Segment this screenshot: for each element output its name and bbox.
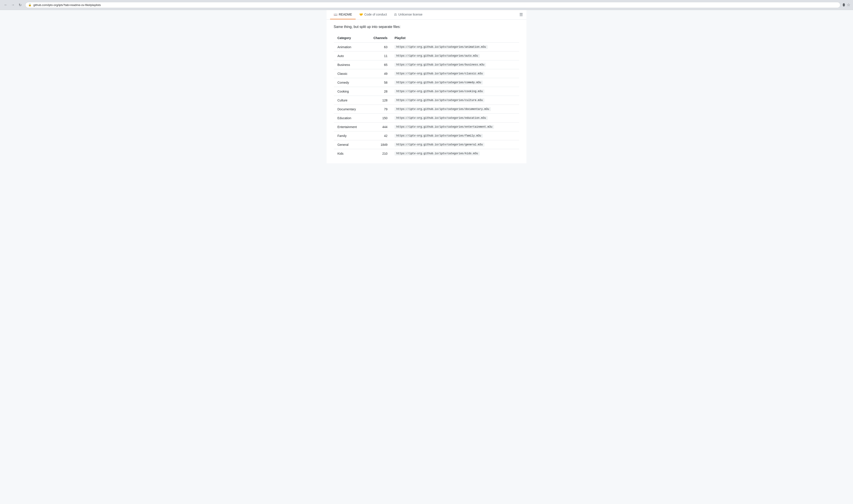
tabs-bar: 📖 README 🤝 Code of conduct ⚖ Unlicense l… (327, 10, 526, 20)
forward-button[interactable]: → (10, 2, 16, 8)
table-row: General1849https://iptv-org.github.io/ip… (334, 140, 519, 149)
channels-header: Channels (366, 34, 391, 42)
channels-cell: 42 (366, 131, 391, 140)
page-content: 📖 README 🤝 Code of conduct ⚖ Unlicense l… (327, 10, 526, 163)
tab-code-of-conduct[interactable]: 🤝 Code of conduct (355, 10, 390, 19)
address-bar[interactable]: 🔒 github.com/iptv-org/iptv?tab=readme-ov… (25, 2, 840, 8)
playlist-cell: https://iptv-org.github.io/iptv/categori… (391, 96, 519, 105)
table-row: Cooking28https://iptv-org.github.io/iptv… (334, 87, 519, 96)
tab-readme[interactable]: 📖 README (330, 10, 355, 19)
category-cell: Cooking (334, 87, 366, 96)
tabs-left: 📖 README 🤝 Code of conduct ⚖ Unlicense l… (330, 10, 426, 19)
category-cell: Education (334, 114, 366, 123)
playlist-link[interactable]: https://iptv-org.github.io/iptv/categori… (395, 63, 486, 67)
category-cell: General (334, 140, 366, 149)
playlist-link[interactable]: https://iptv-org.github.io/iptv/categori… (395, 54, 480, 58)
tab-unlicense-label: Unlicense license (398, 13, 422, 16)
playlist-link[interactable]: https://iptv-org.github.io/iptv/categori… (395, 107, 491, 111)
playlist-cell: https://iptv-org.github.io/iptv/categori… (391, 69, 519, 78)
category-cell: Culture (334, 96, 366, 105)
toc-icon: ☰ (519, 13, 523, 17)
channels-cell: 210 (366, 149, 391, 158)
bookmark-icon[interactable]: ☆ (847, 2, 850, 7)
channels-cell: 11 (366, 52, 391, 60)
playlist-link[interactable]: https://iptv-org.github.io/iptv/categori… (395, 89, 485, 93)
channels-cell: 49 (366, 69, 391, 78)
table-row: Family42https://iptv-org.github.io/iptv/… (334, 131, 519, 140)
channels-cell: 128 (366, 96, 391, 105)
playlist-cell: https://iptv-org.github.io/iptv/categori… (391, 52, 519, 60)
channels-cell: 79 (366, 105, 391, 114)
browser-chrome: ← → ↻ 🔒 github.com/iptv-org/iptv?tab=rea… (0, 0, 853, 10)
playlist-link[interactable]: https://iptv-org.github.io/iptv/categori… (395, 151, 480, 156)
table-row: Kids210https://iptv-org.github.io/iptv/c… (334, 149, 519, 158)
unlicense-icon: ⚖ (394, 13, 397, 16)
address-security-icon: 🔒 (28, 3, 32, 6)
channels-cell: 58 (366, 78, 391, 87)
channels-cell: 65 (366, 60, 391, 69)
channels-cell: 28 (366, 87, 391, 96)
readme-icon: 📖 (334, 13, 337, 16)
category-header: Category (334, 34, 366, 42)
playlist-cell: https://iptv-org.github.io/iptv/categori… (391, 149, 519, 158)
category-cell: Auto (334, 52, 366, 60)
nav-buttons: ← → ↻ (3, 2, 23, 8)
playlist-link[interactable]: https://iptv-org.github.io/iptv/categori… (395, 72, 485, 76)
toc-button[interactable]: ☰ (519, 12, 523, 17)
table-row: Culture128https://iptv-org.github.io/ipt… (334, 96, 519, 105)
category-cell: Classic (334, 69, 366, 78)
table-row: Comedy58https://iptv-org.github.io/iptv/… (334, 78, 519, 87)
table-row: Business65https://iptv-org.github.io/ipt… (334, 60, 519, 69)
url-text: github.com/iptv-org/iptv?tab=readme-ov-f… (33, 3, 101, 7)
playlist-cell: https://iptv-org.github.io/iptv/categori… (391, 60, 519, 69)
table-row: Animation63https://iptv-org.github.io/ip… (334, 42, 519, 52)
playlist-link[interactable]: https://iptv-org.github.io/iptv/categori… (395, 134, 483, 138)
tab-readme-label: README (339, 13, 352, 16)
playlist-link[interactable]: https://iptv-org.github.io/iptv/categori… (395, 143, 485, 147)
category-cell: Business (334, 60, 366, 69)
category-cell: Kids (334, 149, 366, 158)
back-button[interactable]: ← (3, 2, 9, 8)
table-row: Auto11https://iptv-org.github.io/iptv/ca… (334, 52, 519, 60)
table-row: Education150https://iptv-org.github.io/i… (334, 114, 519, 123)
main-content: Same thing, but split up into separate f… (327, 20, 526, 163)
playlist-cell: https://iptv-org.github.io/iptv/categori… (391, 131, 519, 140)
playlist-cell: https://iptv-org.github.io/iptv/categori… (391, 78, 519, 87)
reload-button[interactable]: ↻ (17, 2, 23, 8)
playlists-table: Category Channels Playlist Animation63ht… (334, 33, 519, 158)
playlist-cell: https://iptv-org.github.io/iptv/categori… (391, 105, 519, 114)
channels-cell: 1849 (366, 140, 391, 149)
tab-unlicense[interactable]: ⚖ Unlicense license (390, 10, 426, 19)
table-row: Classic49https://iptv-org.github.io/iptv… (334, 69, 519, 78)
playlist-link[interactable]: https://iptv-org.github.io/iptv/categori… (395, 125, 494, 129)
channels-cell: 63 (366, 42, 391, 52)
playlist-link[interactable]: https://iptv-org.github.io/iptv/categori… (395, 116, 488, 120)
playlist-cell: https://iptv-org.github.io/iptv/categori… (391, 140, 519, 149)
playlist-link[interactable]: https://iptv-org.github.io/iptv/categori… (395, 98, 485, 102)
playlist-cell: https://iptv-org.github.io/iptv/categori… (391, 42, 519, 52)
intro-text: Same thing, but split up into separate f… (334, 25, 519, 29)
category-cell: Animation (334, 42, 366, 52)
code-of-conduct-icon: 🤝 (359, 13, 363, 16)
table-header-row: Category Channels Playlist (334, 34, 519, 42)
channels-cell: 444 (366, 123, 391, 131)
table-row: Entertainment444https://iptv-org.github.… (334, 123, 519, 131)
playlist-cell: https://iptv-org.github.io/iptv/categori… (391, 114, 519, 123)
category-cell: Family (334, 131, 366, 140)
browser-actions: ⬮ ☆ (842, 2, 850, 7)
playlist-link[interactable]: https://iptv-org.github.io/iptv/categori… (395, 45, 488, 49)
extension-icon[interactable]: ⬮ (842, 2, 845, 7)
category-cell: Comedy (334, 78, 366, 87)
playlist-header: Playlist (391, 34, 519, 42)
playlist-cell: https://iptv-org.github.io/iptv/categori… (391, 87, 519, 96)
table-row: Documentary79https://iptv-org.github.io/… (334, 105, 519, 114)
playlist-link[interactable]: https://iptv-org.github.io/iptv/categori… (395, 80, 483, 85)
channels-cell: 150 (366, 114, 391, 123)
playlist-cell: https://iptv-org.github.io/iptv/categori… (391, 123, 519, 131)
category-cell: Documentary (334, 105, 366, 114)
tab-code-of-conduct-label: Code of conduct (364, 13, 387, 16)
category-cell: Entertainment (334, 123, 366, 131)
